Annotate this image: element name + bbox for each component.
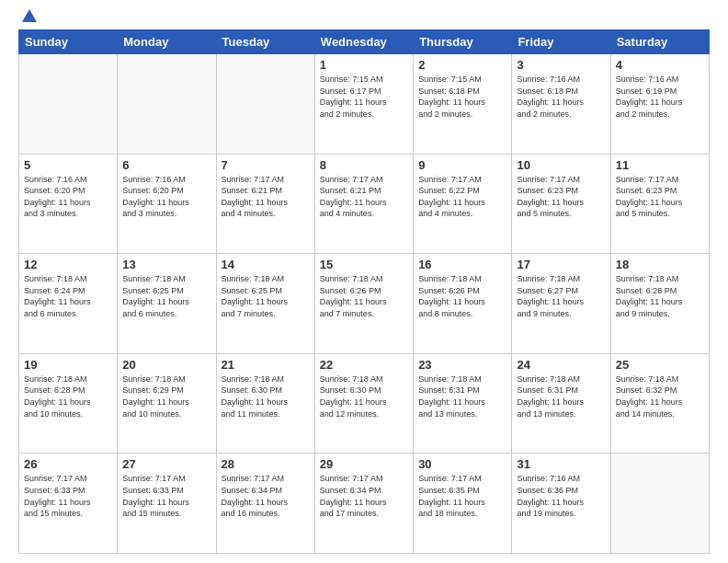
day-info: Sunrise: 7:18 AM Sunset: 6:26 PM Dayligh… bbox=[418, 273, 506, 319]
day-number: 29 bbox=[320, 457, 408, 471]
calendar-cell bbox=[118, 54, 216, 155]
weekday-header-friday: Friday bbox=[512, 30, 610, 54]
day-info: Sunrise: 7:17 AM Sunset: 6:33 PM Dayligh… bbox=[122, 473, 210, 519]
week-row-1: 5Sunrise: 7:16 AM Sunset: 6:20 PM Daylig… bbox=[19, 154, 710, 254]
day-number: 9 bbox=[418, 158, 506, 172]
day-info: Sunrise: 7:18 AM Sunset: 6:28 PM Dayligh… bbox=[616, 273, 704, 319]
calendar-cell: 13Sunrise: 7:18 AM Sunset: 6:25 PM Dayli… bbox=[118, 254, 216, 354]
calendar-cell bbox=[610, 454, 709, 554]
day-number: 30 bbox=[418, 457, 506, 471]
day-number: 10 bbox=[517, 158, 605, 172]
day-number: 12 bbox=[24, 258, 112, 271]
day-number: 19 bbox=[24, 358, 112, 372]
day-info: Sunrise: 7:18 AM Sunset: 6:30 PM Dayligh… bbox=[320, 373, 408, 419]
day-number: 31 bbox=[517, 457, 605, 471]
calendar-cell: 20Sunrise: 7:18 AM Sunset: 6:29 PM Dayli… bbox=[118, 353, 216, 454]
calendar-cell: 21Sunrise: 7:18 AM Sunset: 6:30 PM Dayli… bbox=[216, 353, 314, 454]
calendar-cell: 23Sunrise: 7:18 AM Sunset: 6:31 PM Dayli… bbox=[414, 353, 512, 454]
calendar-cell: 6Sunrise: 7:16 AM Sunset: 6:20 PM Daylig… bbox=[118, 154, 216, 254]
weekday-header-monday: Monday bbox=[118, 30, 216, 54]
calendar-cell: 30Sunrise: 7:17 AM Sunset: 6:35 PM Dayli… bbox=[414, 454, 512, 554]
day-number: 6 bbox=[122, 158, 210, 172]
day-number: 24 bbox=[517, 358, 605, 372]
logo-triangle-icon bbox=[22, 9, 37, 22]
calendar-cell: 19Sunrise: 7:18 AM Sunset: 6:28 PM Dayli… bbox=[19, 353, 118, 454]
day-info: Sunrise: 7:18 AM Sunset: 6:25 PM Dayligh… bbox=[122, 273, 210, 319]
calendar-cell: 29Sunrise: 7:17 AM Sunset: 6:34 PM Dayli… bbox=[314, 454, 413, 554]
day-info: Sunrise: 7:16 AM Sunset: 6:20 PM Dayligh… bbox=[122, 174, 210, 220]
day-info: Sunrise: 7:18 AM Sunset: 6:28 PM Dayligh… bbox=[24, 373, 112, 419]
calendar-cell: 27Sunrise: 7:17 AM Sunset: 6:33 PM Dayli… bbox=[118, 454, 216, 554]
day-number: 8 bbox=[320, 158, 408, 172]
page: SundayMondayTuesdayWednesdayThursdayFrid… bbox=[0, 0, 728, 563]
calendar-cell: 11Sunrise: 7:17 AM Sunset: 6:23 PM Dayli… bbox=[610, 154, 709, 254]
week-row-4: 26Sunrise: 7:17 AM Sunset: 6:33 PM Dayli… bbox=[19, 454, 710, 554]
day-info: Sunrise: 7:16 AM Sunset: 6:20 PM Dayligh… bbox=[24, 174, 112, 220]
calendar-cell: 14Sunrise: 7:18 AM Sunset: 6:25 PM Dayli… bbox=[216, 254, 314, 354]
calendar-cell bbox=[19, 54, 118, 155]
logo-text bbox=[18, 15, 37, 22]
day-number: 2 bbox=[418, 58, 506, 72]
calendar-cell: 15Sunrise: 7:18 AM Sunset: 6:26 PM Dayli… bbox=[314, 254, 413, 354]
calendar-cell: 5Sunrise: 7:16 AM Sunset: 6:20 PM Daylig… bbox=[19, 154, 118, 254]
day-info: Sunrise: 7:17 AM Sunset: 6:23 PM Dayligh… bbox=[616, 174, 704, 220]
day-number: 27 bbox=[122, 457, 210, 471]
day-info: Sunrise: 7:18 AM Sunset: 6:31 PM Dayligh… bbox=[418, 373, 506, 419]
day-info: Sunrise: 7:18 AM Sunset: 6:32 PM Dayligh… bbox=[616, 373, 704, 419]
calendar-body: 1Sunrise: 7:15 AM Sunset: 6:17 PM Daylig… bbox=[19, 54, 710, 554]
calendar-cell: 22Sunrise: 7:18 AM Sunset: 6:30 PM Dayli… bbox=[314, 353, 413, 454]
day-number: 17 bbox=[517, 258, 605, 271]
day-info: Sunrise: 7:17 AM Sunset: 6:21 PM Dayligh… bbox=[320, 174, 408, 220]
calendar-cell: 4Sunrise: 7:16 AM Sunset: 6:19 PM Daylig… bbox=[610, 54, 709, 155]
day-info: Sunrise: 7:18 AM Sunset: 6:30 PM Dayligh… bbox=[222, 373, 310, 419]
day-info: Sunrise: 7:18 AM Sunset: 6:25 PM Dayligh… bbox=[222, 273, 310, 319]
calendar-cell: 26Sunrise: 7:17 AM Sunset: 6:33 PM Dayli… bbox=[19, 454, 118, 554]
day-info: Sunrise: 7:16 AM Sunset: 6:19 PM Dayligh… bbox=[616, 74, 704, 120]
calendar-cell bbox=[216, 54, 314, 155]
calendar-table: SundayMondayTuesdayWednesdayThursdayFrid… bbox=[18, 29, 710, 554]
day-number: 5 bbox=[24, 158, 112, 172]
day-info: Sunrise: 7:18 AM Sunset: 6:29 PM Dayligh… bbox=[122, 373, 210, 419]
calendar-cell: 31Sunrise: 7:16 AM Sunset: 6:36 PM Dayli… bbox=[512, 454, 610, 554]
day-number: 23 bbox=[418, 358, 506, 372]
calendar-cell: 2Sunrise: 7:15 AM Sunset: 6:18 PM Daylig… bbox=[414, 54, 512, 155]
calendar-cell: 12Sunrise: 7:18 AM Sunset: 6:24 PM Dayli… bbox=[19, 254, 118, 354]
calendar-cell: 10Sunrise: 7:17 AM Sunset: 6:23 PM Dayli… bbox=[512, 154, 610, 254]
day-number: 7 bbox=[222, 158, 310, 172]
weekday-row: SundayMondayTuesdayWednesdayThursdayFrid… bbox=[19, 30, 710, 54]
day-number: 1 bbox=[320, 58, 408, 72]
calendar-cell: 18Sunrise: 7:18 AM Sunset: 6:28 PM Dayli… bbox=[610, 254, 709, 354]
day-info: Sunrise: 7:17 AM Sunset: 6:22 PM Dayligh… bbox=[418, 174, 506, 220]
day-number: 11 bbox=[616, 158, 704, 172]
week-row-0: 1Sunrise: 7:15 AM Sunset: 6:17 PM Daylig… bbox=[19, 54, 710, 155]
day-number: 4 bbox=[616, 58, 704, 72]
calendar-cell: 7Sunrise: 7:17 AM Sunset: 6:21 PM Daylig… bbox=[216, 154, 314, 254]
day-info: Sunrise: 7:17 AM Sunset: 6:34 PM Dayligh… bbox=[320, 473, 408, 519]
calendar-cell: 24Sunrise: 7:18 AM Sunset: 6:31 PM Dayli… bbox=[512, 353, 610, 454]
day-info: Sunrise: 7:17 AM Sunset: 6:21 PM Dayligh… bbox=[222, 174, 310, 220]
day-info: Sunrise: 7:18 AM Sunset: 6:27 PM Dayligh… bbox=[517, 273, 605, 319]
calendar-cell: 8Sunrise: 7:17 AM Sunset: 6:21 PM Daylig… bbox=[314, 154, 413, 254]
calendar-cell: 1Sunrise: 7:15 AM Sunset: 6:17 PM Daylig… bbox=[314, 54, 413, 155]
day-info: Sunrise: 7:15 AM Sunset: 6:18 PM Dayligh… bbox=[418, 74, 506, 120]
day-number: 26 bbox=[24, 457, 112, 471]
weekday-header-thursday: Thursday bbox=[414, 30, 512, 54]
calendar-cell: 9Sunrise: 7:17 AM Sunset: 6:22 PM Daylig… bbox=[414, 154, 512, 254]
day-info: Sunrise: 7:18 AM Sunset: 6:24 PM Dayligh… bbox=[24, 273, 112, 319]
day-info: Sunrise: 7:16 AM Sunset: 6:36 PM Dayligh… bbox=[517, 473, 605, 519]
day-info: Sunrise: 7:16 AM Sunset: 6:18 PM Dayligh… bbox=[517, 74, 605, 120]
calendar-cell: 25Sunrise: 7:18 AM Sunset: 6:32 PM Dayli… bbox=[610, 353, 709, 454]
day-number: 25 bbox=[616, 358, 704, 372]
day-number: 21 bbox=[222, 358, 310, 372]
day-info: Sunrise: 7:18 AM Sunset: 6:31 PM Dayligh… bbox=[517, 373, 605, 419]
calendar-cell: 28Sunrise: 7:17 AM Sunset: 6:34 PM Dayli… bbox=[216, 454, 314, 554]
calendar-header: SundayMondayTuesdayWednesdayThursdayFrid… bbox=[19, 30, 710, 54]
day-number: 28 bbox=[222, 457, 310, 471]
day-info: Sunrise: 7:17 AM Sunset: 6:34 PM Dayligh… bbox=[222, 473, 310, 519]
week-row-3: 19Sunrise: 7:18 AM Sunset: 6:28 PM Dayli… bbox=[19, 353, 710, 454]
day-number: 16 bbox=[418, 258, 506, 271]
header bbox=[18, 15, 710, 22]
day-info: Sunrise: 7:15 AM Sunset: 6:17 PM Dayligh… bbox=[320, 74, 408, 120]
day-number: 15 bbox=[320, 258, 408, 271]
calendar-cell: 17Sunrise: 7:18 AM Sunset: 6:27 PM Dayli… bbox=[512, 254, 610, 354]
